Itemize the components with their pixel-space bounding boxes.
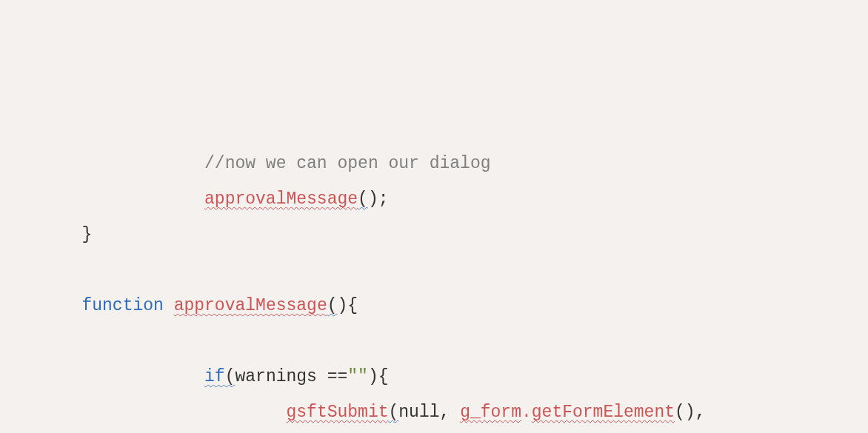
keyword-function: function: [81, 296, 163, 315]
method-getFormElement: getFormElement: [532, 403, 675, 422]
comma: ,: [440, 403, 450, 422]
semicolon: ;: [378, 189, 389, 209]
code-block[interactable]: //now we can open our dialog approvalMes…: [0, 147, 868, 433]
paren-open: (: [225, 367, 236, 386]
code-line: gsftSubmit(null, g_form.getFormElement()…: [0, 396, 868, 432]
identifier-warnings: warnings: [235, 367, 316, 386]
paren-close: ): [685, 403, 695, 422]
string-empty: "": [347, 367, 368, 386]
comment: //now we can open our dialog: [204, 154, 490, 173]
brace-close: }: [81, 225, 92, 244]
code-line: if(warnings ==""){: [0, 360, 868, 396]
paren-close: ): [368, 189, 378, 209]
code-line: //now we can open our dialog: [0, 147, 868, 183]
paren-open: (: [358, 189, 368, 209]
function-def-approvalMessage: approvalMessage: [174, 296, 327, 315]
code-line: function approvalMessage(){: [0, 289, 868, 325]
paren-open: (: [389, 403, 399, 422]
paren-close: ): [368, 367, 378, 386]
code-line: approvalMessage();: [0, 183, 868, 218]
operator-eq: ==: [327, 367, 348, 386]
paren-open: (: [327, 296, 338, 315]
null-literal: null: [398, 403, 439, 422]
brace-open: {: [347, 296, 358, 315]
code-line-blank: [0, 254, 868, 289]
function-call-approvalMessage: approvalMessage: [204, 189, 358, 209]
keyword-if: if: [204, 367, 225, 386]
function-call-gsftSubmit: gsftSubmit: [286, 403, 388, 422]
code-line-blank: [0, 325, 868, 360]
paren-open: (: [675, 403, 685, 422]
brace-open: {: [378, 367, 389, 386]
dot: .: [521, 403, 532, 422]
code-line: }: [0, 218, 868, 254]
identifier-gform: g_form: [460, 403, 521, 422]
paren-close: ): [338, 296, 348, 315]
comma: ,: [695, 403, 706, 422]
